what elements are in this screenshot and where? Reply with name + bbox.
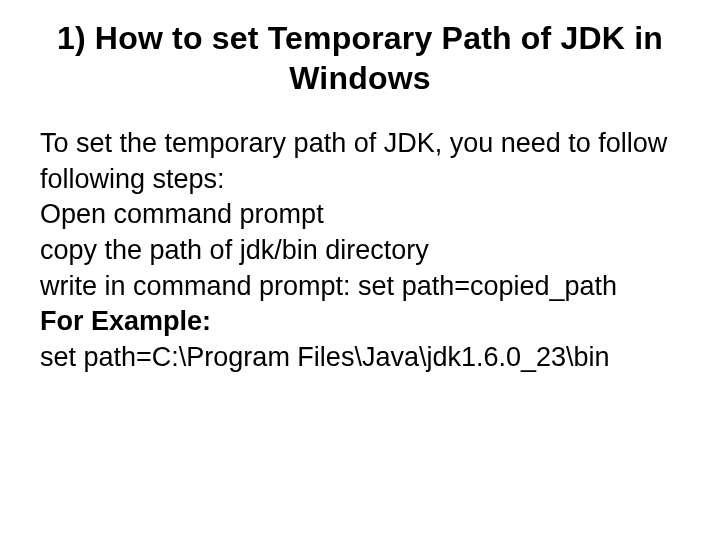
example-label: For Example: xyxy=(40,304,680,340)
step-1: Open command prompt xyxy=(40,197,680,233)
slide-body: To set the temporary path of JDK, you ne… xyxy=(40,126,680,375)
slide-title: 1) How to set Temporary Path of JDK in W… xyxy=(40,18,680,98)
step-2: copy the path of jdk/bin directory xyxy=(40,233,680,269)
example-command: set path=C:\Program Files\Java\jdk1.6.0_… xyxy=(40,340,680,376)
intro-text: To set the temporary path of JDK, you ne… xyxy=(40,126,680,197)
step-3: write in command prompt: set path=copied… xyxy=(40,269,680,305)
